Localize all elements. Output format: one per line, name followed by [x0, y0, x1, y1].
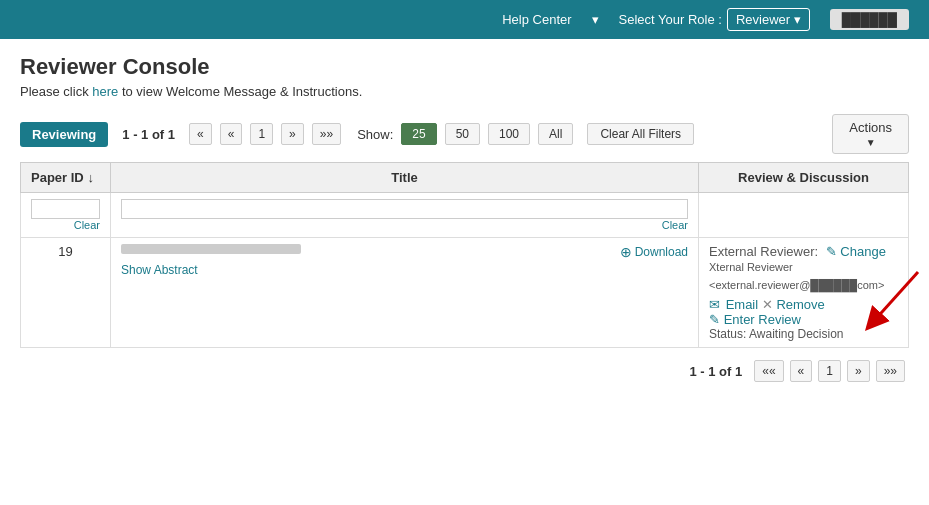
- paper-id-cell: 19: [21, 238, 111, 348]
- paper-id-filter-input[interactable]: [31, 199, 100, 219]
- reviewer-button[interactable]: Reviewer ▾: [727, 8, 810, 31]
- show-50-button[interactable]: 50: [445, 123, 480, 145]
- show-25-button[interactable]: 25: [401, 123, 436, 145]
- enter-review-icon: ✎: [709, 312, 720, 327]
- title-clear-link[interactable]: Clear: [662, 219, 688, 231]
- role-section: Select Your Role : Reviewer ▾: [619, 8, 810, 31]
- external-reviewer-name: Xternal Reviewer: [709, 261, 898, 273]
- dropdown-arrow-help: ▾: [592, 12, 599, 27]
- review-cell: External Reviewer: ✎ Change Xternal Revi…: [699, 238, 909, 348]
- download-link[interactable]: ⊕ Download: [620, 244, 688, 260]
- remove-link[interactable]: Remove: [776, 297, 824, 312]
- current-page-button[interactable]: 1: [250, 123, 273, 145]
- enter-review-container: ✎ Enter Review: [709, 312, 898, 327]
- email-icon: ✉: [709, 297, 720, 312]
- change-link[interactable]: Change: [840, 244, 886, 259]
- reviewer-label: Reviewer: [736, 12, 790, 27]
- show-label: Show:: [357, 127, 393, 142]
- actions-label: Actions: [849, 120, 892, 135]
- title-filter-cell: Clear: [111, 193, 699, 238]
- welcome-message: Please click here to view Welcome Messag…: [20, 84, 909, 99]
- col-header-title: Title: [111, 163, 699, 193]
- last-page-button[interactable]: »»: [312, 123, 341, 145]
- paper-id-clear-link[interactable]: Clear: [74, 219, 100, 231]
- page-title: Reviewer Console: [20, 54, 909, 80]
- title-blurred: [121, 244, 301, 254]
- status-text: Status: Awaiting Decision: [709, 327, 898, 341]
- show-100-button[interactable]: 100: [488, 123, 530, 145]
- title-filter-input[interactable]: [121, 199, 688, 219]
- reviewer-dropdown-arrow: ▾: [794, 12, 801, 27]
- show-all-button[interactable]: All: [538, 123, 573, 145]
- bottom-pagination: 1 - 1 of 1 «« « 1 » »»: [20, 348, 909, 388]
- title-content: Show Abstract: [121, 244, 301, 277]
- external-reviewer-email: <external.reviewer@██████com>: [709, 279, 898, 291]
- sort-icon[interactable]: ↓: [87, 170, 94, 185]
- table-wrapper: Paper ID ↓ Title Review & Discussion Cle…: [20, 162, 909, 348]
- email-link[interactable]: Email: [726, 297, 759, 312]
- first-page-button[interactable]: «: [189, 123, 212, 145]
- show-abstract-link[interactable]: Show Abstract: [121, 263, 198, 277]
- review-filter-cell: [699, 193, 909, 238]
- reviewing-badge: Reviewing: [20, 122, 108, 147]
- col-header-review: Review & Discussion: [699, 163, 909, 193]
- title-cell: Show Abstract ⊕ Download: [111, 238, 699, 348]
- enter-review-link[interactable]: Enter Review: [724, 312, 801, 327]
- help-center-link[interactable]: Help Center: [502, 12, 571, 27]
- select-role-label: Select Your Role :: [619, 12, 722, 27]
- bottom-pagination-info: 1 - 1 of 1: [689, 364, 742, 379]
- actions-dropdown-arrow: ▼: [866, 137, 876, 148]
- external-reviewer-line: External Reviewer: ✎ Change: [709, 244, 898, 259]
- pagination-info-top: 1 - 1 of 1: [122, 127, 175, 142]
- change-icon: ✎: [826, 244, 837, 259]
- page-content: Reviewer Console Please click here to vi…: [0, 39, 929, 403]
- toolbar: Reviewing 1 - 1 of 1 « « 1 » »» Show: 25…: [20, 114, 909, 154]
- papers-table: Paper ID ↓ Title Review & Discussion Cle…: [20, 162, 909, 348]
- bottom-last-button[interactable]: »»: [876, 360, 905, 382]
- welcome-link[interactable]: here: [92, 84, 118, 99]
- bottom-prev-button[interactable]: «: [790, 360, 813, 382]
- paper-id-filter-cell: Clear: [21, 193, 111, 238]
- bottom-first-button[interactable]: ««: [754, 360, 783, 382]
- actions-button[interactable]: Actions ▼: [832, 114, 909, 154]
- user-button[interactable]: ██████: [830, 9, 909, 30]
- prev-page-button[interactable]: «: [220, 123, 243, 145]
- top-navigation: Help Center ▾ Select Your Role : Reviewe…: [0, 0, 929, 39]
- next-page-button[interactable]: »: [281, 123, 304, 145]
- col-header-paper-id: Paper ID ↓: [21, 163, 111, 193]
- bottom-current-page-button[interactable]: 1: [818, 360, 841, 382]
- email-remove-container: ✉ Email ✕ Remove: [709, 297, 898, 312]
- clear-filters-button[interactable]: Clear All Filters: [587, 123, 694, 145]
- download-plus-icon: ⊕: [620, 244, 632, 260]
- bottom-next-button[interactable]: »: [847, 360, 870, 382]
- table-row: 19 Show Abstract ⊕ Download: [21, 238, 909, 348]
